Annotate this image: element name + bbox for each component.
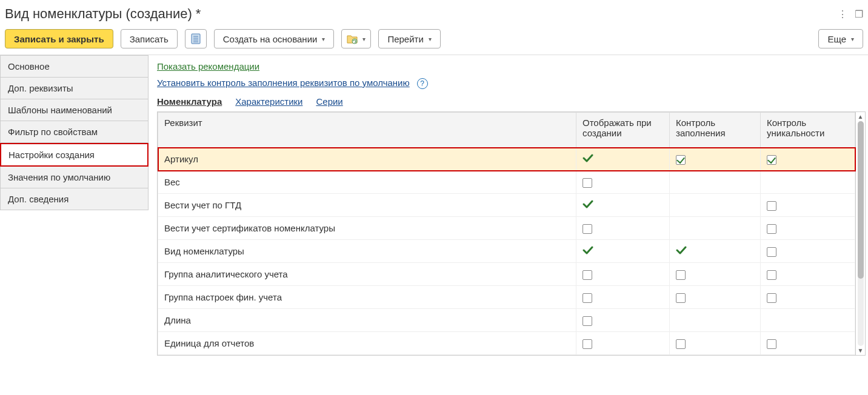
cell-requisite[interactable]: Вес — [158, 171, 576, 194]
cell-show-on-create[interactable] — [576, 309, 670, 332]
sidebar-item-extra-req[interactable]: Доп. реквизиты — [0, 78, 149, 99]
sidebar-item-main[interactable]: Основное — [0, 55, 149, 78]
table-row[interactable]: Группа аналитического учета — [158, 263, 855, 286]
scroll-thumb[interactable] — [858, 121, 864, 279]
scroll-track[interactable] — [858, 121, 864, 346]
cell-fill-control[interactable] — [670, 217, 761, 240]
cell-unique-control[interactable] — [761, 286, 855, 309]
cell-unique-control[interactable] — [761, 309, 855, 332]
cell-unique-control[interactable] — [761, 263, 855, 286]
scroll-down-icon[interactable]: ▼ — [858, 347, 864, 354]
checkmark-icon[interactable] — [583, 246, 593, 256]
cell-requisite[interactable]: Группа настроек фин. учета — [158, 286, 576, 309]
scroll-up-icon[interactable]: ▲ — [858, 113, 864, 120]
sidebar-item-extra-info[interactable]: Доп. сведения — [0, 188, 149, 210]
chevron-down-icon: ▾ — [322, 36, 325, 42]
cell-requisite[interactable]: Группа аналитического учета — [158, 263, 576, 286]
sidebar-item-property-filter[interactable]: Фильтр по свойствам — [0, 121, 149, 143]
cell-show-on-create[interactable] — [576, 148, 670, 171]
cell-show-on-create[interactable] — [576, 194, 670, 217]
scrollbar[interactable]: ▲ ▼ — [856, 111, 866, 356]
cell-show-on-create[interactable] — [576, 240, 670, 263]
folder-refresh-icon — [347, 33, 358, 44]
sidebar-item-creation-settings[interactable]: Настройки создания — [0, 143, 149, 167]
menu-dots-icon[interactable]: ⋮ — [838, 8, 847, 20]
cell-requisite[interactable]: Вести учет сертификатов номенклатуры — [158, 217, 576, 240]
checkbox[interactable] — [583, 339, 592, 349]
table-row[interactable]: Вес — [158, 171, 855, 194]
cell-fill-control[interactable] — [670, 194, 761, 217]
table-row[interactable]: Артикул — [158, 148, 855, 171]
checkbox[interactable] — [676, 270, 686, 280]
checkmark-icon[interactable] — [676, 246, 687, 256]
table-row[interactable]: Вести учет сертификатов номенклатуры — [158, 217, 855, 240]
cell-show-on-create[interactable] — [576, 286, 670, 309]
sidebar-item-name-templates[interactable]: Шаблоны наименований — [0, 99, 149, 121]
checkbox[interactable] — [583, 178, 592, 188]
cell-unique-control[interactable] — [761, 332, 855, 355]
cell-show-on-create[interactable] — [576, 263, 670, 286]
checkbox[interactable] — [767, 339, 776, 349]
column-header-show-on-create[interactable]: Отображать при создании — [576, 113, 670, 148]
checkbox[interactable] — [767, 224, 776, 234]
cell-unique-control[interactable] — [761, 148, 855, 171]
tab-nomenclature[interactable]: Номенклатура — [157, 96, 222, 107]
list-icon-button[interactable] — [185, 29, 207, 48]
checkbox[interactable] — [583, 270, 592, 280]
checkmark-icon[interactable] — [583, 200, 593, 210]
cell-unique-control[interactable] — [761, 217, 855, 240]
cell-fill-control[interactable] — [670, 148, 761, 171]
cell-requisite[interactable]: Единица для отчетов — [158, 332, 576, 355]
save-button[interactable]: Записать — [121, 29, 178, 48]
table-row[interactable]: Единица для отчетов — [158, 332, 855, 355]
cell-fill-control[interactable] — [670, 240, 761, 263]
column-header-unique-control[interactable]: Контроль уникальности — [761, 113, 855, 148]
cell-unique-control[interactable] — [761, 171, 855, 194]
cell-show-on-create[interactable] — [576, 171, 670, 194]
column-header-fill-control[interactable]: Контроль заполнения — [670, 113, 761, 148]
table-row[interactable]: Вести учет по ГТД — [158, 194, 855, 217]
checkbox[interactable] — [767, 201, 776, 211]
more-button[interactable]: Еще ▾ — [818, 29, 863, 48]
checkbox-checked[interactable] — [676, 155, 686, 165]
checkbox[interactable] — [583, 316, 592, 326]
sidebar: Основное Доп. реквизиты Шаблоны наименов… — [0, 55, 149, 356]
table-row[interactable]: Группа настроек фин. учета — [158, 286, 855, 309]
table-row[interactable]: Вид номенклатуры — [158, 240, 855, 263]
checkbox[interactable] — [583, 224, 592, 234]
tab-series[interactable]: Серии — [316, 96, 342, 107]
goto-button[interactable]: Перейти ▾ — [378, 29, 440, 48]
checkbox[interactable] — [583, 293, 592, 303]
tab-characteristics[interactable]: Характеристики — [235, 96, 302, 107]
checkbox[interactable] — [676, 293, 686, 303]
checkmark-icon[interactable] — [583, 154, 593, 164]
cell-unique-control[interactable] — [761, 194, 855, 217]
cell-fill-control[interactable] — [670, 286, 761, 309]
column-header-requisite[interactable]: Реквизит — [158, 113, 576, 148]
checkbox-checked[interactable] — [767, 155, 776, 165]
checkbox[interactable] — [676, 339, 686, 349]
cell-fill-control[interactable] — [670, 309, 761, 332]
cell-show-on-create[interactable] — [576, 332, 670, 355]
copy-window-icon[interactable]: ❐ — [855, 8, 863, 20]
folder-icon-button[interactable]: ▾ — [341, 29, 371, 48]
set-default-control-link[interactable]: Установить контроль заполнения реквизито… — [157, 78, 410, 88]
cell-requisite[interactable]: Вид номенклатуры — [158, 240, 576, 263]
checkbox[interactable] — [767, 293, 776, 303]
cell-fill-control[interactable] — [670, 332, 761, 355]
checkbox[interactable] — [767, 270, 776, 280]
table-row[interactable]: Длина — [158, 309, 855, 332]
checkbox[interactable] — [767, 247, 776, 257]
cell-unique-control[interactable] — [761, 240, 855, 263]
cell-show-on-create[interactable] — [576, 217, 670, 240]
help-icon[interactable]: ? — [417, 78, 428, 89]
cell-requisite[interactable]: Артикул — [158, 148, 576, 171]
show-recommendations-link[interactable]: Показать рекомендации — [157, 61, 259, 71]
cell-requisite[interactable]: Длина — [158, 309, 576, 332]
sidebar-item-defaults[interactable]: Значения по умолчанию — [0, 167, 149, 188]
cell-fill-control[interactable] — [670, 263, 761, 286]
cell-requisite[interactable]: Вести учет по ГТД — [158, 194, 576, 217]
save-close-button[interactable]: Записать и закрыть — [5, 29, 113, 48]
cell-fill-control[interactable] — [670, 171, 761, 194]
create-based-button[interactable]: Создать на основании ▾ — [214, 29, 335, 48]
